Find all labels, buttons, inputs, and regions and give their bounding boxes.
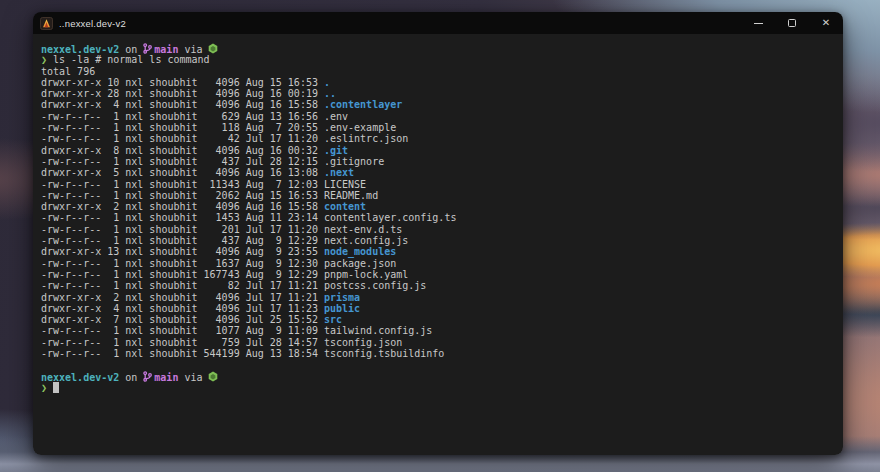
file-name: package.json [324,258,396,269]
window-title: ..nexxel.dev-v2 [59,18,126,29]
file-name: tsconfig.json [324,337,402,348]
window-controls: ✕ [741,12,843,34]
file-meta: drwxr-xr-x 5 nxl shoubhit 4096 Aug 16 13… [41,167,324,178]
maximize-button[interactable] [775,12,809,34]
file-row: drwxr-xr-x 2 nxl shoubhit 4096 Jul 17 11… [41,292,835,303]
nodejs-icon [208,371,218,382]
desktop-wallpaper: ..nexxel.dev-v2 ✕ nexxel.dev-v2onmainvia… [0,0,880,472]
file-name: contentlayer.config.ts [324,212,456,223]
file-listing: drwxr-xr-x 10 nxl shoubhit 4096 Aug 15 1… [41,77,835,359]
file-row: -rw-r--r-- 1 nxl shoubhit 42 Jul 17 11:2… [41,133,835,144]
file-row: -rw-r--r-- 1 nxl shoubhit 2062 Aug 15 16… [41,190,835,201]
directory-name: content [324,201,366,212]
directory-name: .git [324,145,348,156]
file-name: pnpm-lock.yaml [324,269,408,280]
file-meta: -rw-r--r-- 1 nxl shoubhit 759 Jul 28 14:… [41,337,324,348]
file-name: tsconfig.tsbuildinfo [324,348,444,359]
file-meta: drwxr-xr-x 10 nxl shoubhit 4096 Aug 15 1… [41,77,324,88]
file-row: -rw-r--r-- 1 nxl shoubhit 11343 Aug 7 12… [41,179,835,190]
file-row: -rw-r--r-- 1 nxl shoubhit 201 Jul 17 11:… [41,224,835,235]
file-row: -rw-r--r-- 1 nxl shoubhit 1077 Aug 9 11:… [41,325,835,336]
file-meta: drwxr-xr-x 4 nxl shoubhit 4096 Aug 16 15… [41,99,324,110]
prompt-symbol: ❯ [41,54,47,65]
file-meta: drwxr-xr-x 28 nxl shoubhit 4096 Aug 16 0… [41,88,324,99]
git-branch-icon [143,43,152,54]
file-meta: -rw-r--r-- 1 nxl shoubhit 201 Jul 17 11:… [41,224,324,235]
file-meta: -rw-r--r-- 1 nxl shoubhit 1453 Aug 11 23… [41,212,324,223]
file-name: .gitignore [324,156,384,167]
file-row: drwxr-xr-x 2 nxl shoubhit 4096 Aug 16 15… [41,201,835,212]
file-meta: -rw-r--r-- 1 nxl shoubhit 629 Aug 13 16:… [41,111,324,122]
file-name: postcss.config.js [324,280,426,291]
file-meta: -rw-r--r-- 1 nxl shoubhit 437 Aug 9 12:2… [41,235,324,246]
file-row: -rw-r--r-- 1 nxl shoubhit 1637 Aug 9 12:… [41,258,835,269]
minus-icon [754,23,763,24]
file-name: .eslintrc.json [324,133,408,144]
file-meta: drwxr-xr-x 2 nxl shoubhit 4096 Aug 16 15… [41,201,324,212]
file-name: next-env.d.ts [324,224,402,235]
file-row: -rw-r--r-- 1 nxl shoubhit 1453 Aug 11 23… [41,212,835,223]
directory-name: .contentlayer [324,99,402,110]
blank-line [41,359,835,370]
file-meta: -rw-r--r-- 1 nxl shoubhit 42 Jul 17 11:2… [41,133,324,144]
file-row: drwxr-xr-x 4 nxl shoubhit 4096 Jul 17 11… [41,303,835,314]
file-meta: -rw-r--r-- 1 nxl shoubhit 118 Aug 7 20:5… [41,122,324,133]
file-row: drwxr-xr-x 4 nxl shoubhit 4096 Aug 16 15… [41,99,835,110]
minimize-button[interactable] [741,12,775,34]
directory-name: .next [324,167,354,178]
text-cursor [53,382,59,393]
file-meta: -rw-r--r-- 1 nxl shoubhit 437 Jul 28 12:… [41,156,324,167]
directory-name: .. [324,88,336,99]
file-meta: drwxr-xr-x 2 nxl shoubhit 4096 Jul 17 11… [41,292,324,303]
directory-name: src [324,314,342,325]
file-row: -rw-r--r-- 1 nxl shoubhit 437 Jul 28 12:… [41,156,835,167]
file-meta: drwxr-xr-x 8 nxl shoubhit 4096 Aug 16 00… [41,145,324,156]
file-row: drwxr-xr-x 28 nxl shoubhit 4096 Aug 16 0… [41,88,835,99]
file-meta: -rw-r--r-- 1 nxl shoubhit 1637 Aug 9 12:… [41,258,324,269]
file-name: next.config.js [324,235,408,246]
file-row: -rw-r--r-- 1 nxl shoubhit 167743 Aug 9 1… [41,269,835,280]
file-meta: -rw-r--r-- 1 nxl shoubhit 167743 Aug 9 1… [41,269,324,280]
prompt-line: nexxel.dev-v2onmainvia [41,371,835,382]
nodejs-icon [208,43,218,54]
file-meta: drwxr-xr-x 4 nxl shoubhit 4096 Jul 17 11… [41,303,324,314]
terminal-output[interactable]: nexxel.dev-v2onmainvia ❯ls -la # normal … [33,34,843,455]
cursor-line[interactable]: ❯ [41,382,835,393]
file-meta: -rw-r--r-- 1 nxl shoubhit 11343 Aug 7 12… [41,179,324,190]
prompt-on-word: on [125,372,137,383]
file-row: drwxr-xr-x 5 nxl shoubhit 4096 Aug 16 13… [41,167,835,178]
directory-name: prisma [324,292,360,303]
file-meta: -rw-r--r-- 1 nxl shoubhit 544199 Aug 13 … [41,348,324,359]
file-name: tailwind.config.js [324,325,432,336]
file-row: -rw-r--r-- 1 nxl shoubhit 544199 Aug 13 … [41,348,835,359]
prompt-line: nexxel.dev-v2onmainvia [41,43,835,54]
file-row: -rw-r--r-- 1 nxl shoubhit 82 Jul 17 11:2… [41,280,835,291]
directory-name: public [324,303,360,314]
prompt-via-word: via [184,372,202,383]
file-meta: drwxr-xr-x 13 nxl shoubhit 4096 Aug 9 23… [41,246,324,257]
file-row: -rw-r--r-- 1 nxl shoubhit 118 Aug 7 20:5… [41,122,835,133]
file-meta: -rw-r--r-- 1 nxl shoubhit 1077 Aug 9 11:… [41,325,324,336]
prompt-symbol: ❯ [41,382,47,393]
terminal-titlebar[interactable]: ..nexxel.dev-v2 ✕ [33,12,843,34]
command-line: ❯ls -la # normal ls command [41,54,835,65]
file-name: .env-example [324,122,396,133]
directory-name: node_modules [324,246,396,257]
file-row: -rw-r--r-- 1 nxl shoubhit 629 Aug 13 16:… [41,111,835,122]
close-button[interactable]: ✕ [809,12,843,34]
file-name: README.md [324,190,378,201]
terminal-app-icon [40,17,53,30]
x-icon: ✕ [822,18,830,28]
total-line: total 796 [41,66,835,77]
terminal-tab[interactable]: ..nexxel.dev-v2 [33,17,741,30]
terminal-window: ..nexxel.dev-v2 ✕ nexxel.dev-v2onmainvia… [33,12,843,455]
file-meta: drwxr-xr-x 7 nxl shoubhit 4096 Jul 25 15… [41,314,324,325]
file-row: drwxr-xr-x 10 nxl shoubhit 4096 Aug 15 1… [41,77,835,88]
git-branch-icon [143,371,152,382]
file-meta: -rw-r--r-- 1 nxl shoubhit 2062 Aug 15 16… [41,190,324,201]
file-row: drwxr-xr-x 8 nxl shoubhit 4096 Aug 16 00… [41,145,835,156]
file-name: .env [324,111,348,122]
square-icon [788,19,796,27]
file-row: -rw-r--r-- 1 nxl shoubhit 437 Aug 9 12:2… [41,235,835,246]
file-row: -rw-r--r-- 1 nxl shoubhit 759 Jul 28 14:… [41,337,835,348]
